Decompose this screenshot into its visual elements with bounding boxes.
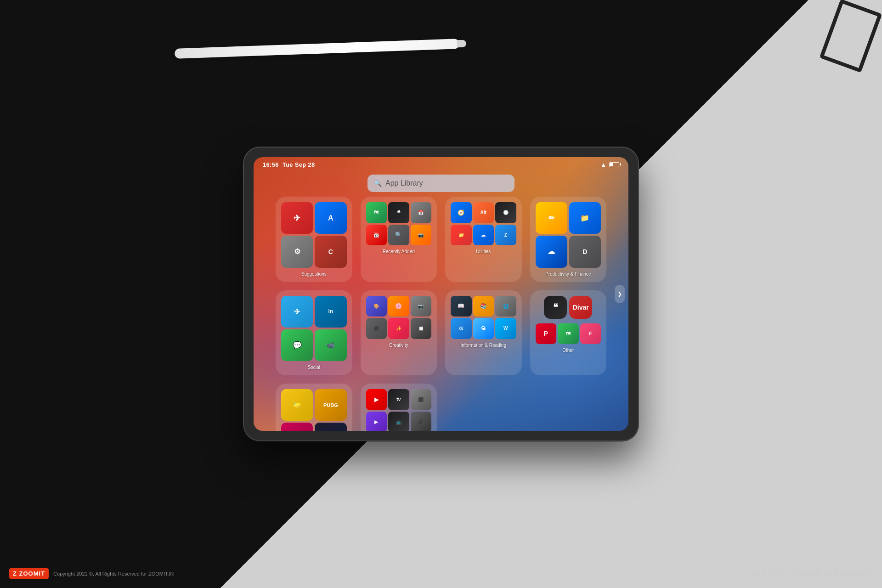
app-photo-small: 📷 <box>411 225 432 246</box>
ipad-screen: 16:56 Tue Sep 28 ▲ 🔍 App Library <box>254 157 628 431</box>
status-date: Tue Sep 28 <box>283 161 315 168</box>
app-spongebob: 🧽 <box>281 389 313 421</box>
folder-productivity-label: Productivity & Finance <box>545 271 591 277</box>
app-maps-other: 🗺 <box>558 323 579 345</box>
search-label: App Library <box>385 179 423 187</box>
corner-decoration <box>790 0 882 92</box>
app-youtube: ▶ <box>366 389 387 410</box>
app-ent6: ⬛ <box>411 412 432 431</box>
app-edit: ✏ <box>536 202 567 234</box>
app-wordament: W <box>495 318 516 339</box>
folder-creativity-grid: 🎨 🌸 📷 ⬛ ✨ ▦ <box>366 296 432 339</box>
app-weather: 🌤 <box>473 318 494 339</box>
folder-information[interactable]: 📖 📚 🌐 G 🌤 W Information & Reading <box>445 290 522 376</box>
status-bar: 16:56 Tue Sep 28 ▲ <box>254 157 628 172</box>
app-maps: 🗺 <box>366 202 387 223</box>
folder-social[interactable]: ✈ in 💬 📹 Social <box>276 290 352 376</box>
app-library-grid: ✈ A ⚙ C Suggestions 🗺 ❝ 📅 📆 🔍 <box>276 197 606 431</box>
folder-other-label: Other <box>562 348 574 353</box>
folder-suggestions-label: Suggestions <box>301 271 327 277</box>
app-creativity-bg: 🎨 <box>366 296 387 317</box>
folder-games[interactable]: 🧽 PUBG ♥ 🚗 Games <box>276 384 352 431</box>
app-screensave: 📺 <box>388 412 409 431</box>
app-telegram: ✈ <box>281 296 313 328</box>
app-pinterest: P <box>536 323 557 345</box>
folder-other-small-grid: P 🗺 F <box>536 323 601 345</box>
app-settings: ⚙ <box>281 236 313 267</box>
app-magnifier: 🔍 <box>388 225 409 246</box>
folder-productivity-grid: ✏ 📁 ☁ D <box>536 202 601 268</box>
watermark-url: HTTPS://WWW.WEBDARS <box>754 569 873 579</box>
app-icloud: ☁ <box>473 225 494 246</box>
status-icons: ▲ <box>600 161 619 168</box>
scroll-indicator[interactable]: ❯ <box>615 285 625 303</box>
folder-utilities[interactable]: 🧭 Alt 🕐 📁 ☁ Z Utilities <box>445 197 522 282</box>
app-divar-large: Divar <box>569 296 592 319</box>
folder-entertainment[interactable]: ▶ tv ⬛ ▶ 📺 ⬛ Entertainment <box>361 384 437 431</box>
app-canon: C <box>315 236 346 267</box>
search-icon: 🔍 <box>374 180 382 187</box>
app-altstore: Alt <box>473 202 494 223</box>
app-suitcase: ✈ <box>281 202 313 234</box>
folder-utilities-label: Utilities <box>476 249 491 254</box>
app-clock: 🕐 <box>495 202 516 223</box>
chevron-right-icon: ❯ <box>617 291 622 297</box>
app-camera2: ⬛ <box>366 318 387 339</box>
status-time: 16:56 <box>263 161 279 168</box>
folder-social-grid: ✈ in 💬 📹 <box>281 296 347 362</box>
app-quotes: ❝ <box>388 202 409 223</box>
app-vivacut: ▶ <box>366 412 387 431</box>
app-zoom: Z <box>495 225 516 246</box>
app-files2: 📁 <box>569 202 601 234</box>
ipad-device: 16:56 Tue Sep 28 ▲ 🔍 App Library <box>243 147 639 441</box>
app-lovegame: ♥ <box>281 423 313 431</box>
app-readera: 📖 <box>451 296 472 317</box>
battery-icon <box>609 162 619 167</box>
folder-games-grid: 🧽 PUBG ♥ 🚗 <box>281 389 347 431</box>
app-safari: 🧭 <box>451 202 472 223</box>
folder-recently-grid: 🗺 ❝ 📅 📆 🔍 📷 <box>366 202 432 245</box>
folder-recently-added[interactable]: 🗺 ❝ 📅 📆 🔍 📷 Recently Added <box>361 197 437 282</box>
wifi-icon: ▲ <box>600 161 606 168</box>
app-camera: 📷 <box>411 296 432 317</box>
folder-entertainment-grid: ▶ tv ⬛ ▶ 📺 ⬛ <box>366 389 432 431</box>
watermark-left: Z ZOOMIT Copyright 2021 ©, All Rights Re… <box>9 568 174 579</box>
app-pubg: PUBG <box>315 389 346 421</box>
app-translate: G <box>451 318 472 339</box>
folder-productivity[interactable]: ✏ 📁 ☁ D Productivity & Finance <box>530 197 607 282</box>
folder-creativity[interactable]: 🎨 🌸 📷 ⬛ ✨ ▦ Creativity <box>361 290 437 376</box>
app-cal-small: 📅 <box>411 202 432 223</box>
app-files: 📁 <box>451 225 472 246</box>
app-facetime: 📹 <box>315 329 346 361</box>
app-appletv: tv <box>388 389 409 410</box>
app-ent3: ⬛ <box>411 389 432 410</box>
app-library-search[interactable]: 🔍 App Library <box>368 175 514 192</box>
app-appstore: A <box>315 202 346 234</box>
folder-information-label: Information & Reading <box>460 343 506 348</box>
folder-recently-label: Recently Added <box>383 249 415 254</box>
app-misc: ▦ <box>411 318 432 339</box>
ipad-body: 16:56 Tue Sep 28 ▲ 🔍 App Library <box>243 147 639 441</box>
folder-suggestions-grid: ✈ A ⚙ C <box>281 202 347 268</box>
app-foursquare: F <box>580 323 601 345</box>
folder-information-grid: 📖 📚 🌐 G 🌤 W <box>451 296 516 339</box>
zoomit-logo: Z ZOOMIT <box>9 568 49 579</box>
folder-utilities-grid: 🧭 Alt 🕐 📁 ☁ Z <box>451 202 516 245</box>
folder-creativity-label: Creativity <box>389 343 408 348</box>
folder-other[interactable]: ❝ Divar P 🗺 F Other <box>530 290 607 376</box>
copyright-text: Copyright 2021 ©, All Rights Reserved fo… <box>53 571 174 577</box>
app-photos: 🌸 <box>388 296 409 317</box>
app-d: D <box>569 236 601 267</box>
app-info3: 🌐 <box>495 296 516 317</box>
app-calendar: 📆 <box>366 225 387 246</box>
folder-social-label: Social <box>308 365 320 370</box>
app-icloud2: ☁ <box>536 236 567 267</box>
folder-suggestions[interactable]: ✈ A ⚙ C Suggestions <box>276 197 352 282</box>
app-messages: 💬 <box>281 329 313 361</box>
app-effects: ✨ <box>388 318 409 339</box>
app-books: 📚 <box>473 296 494 317</box>
app-quotes-large: ❝ <box>544 296 567 319</box>
app-racing: 🚗 <box>315 423 346 431</box>
app-linkedin: in <box>315 296 346 328</box>
